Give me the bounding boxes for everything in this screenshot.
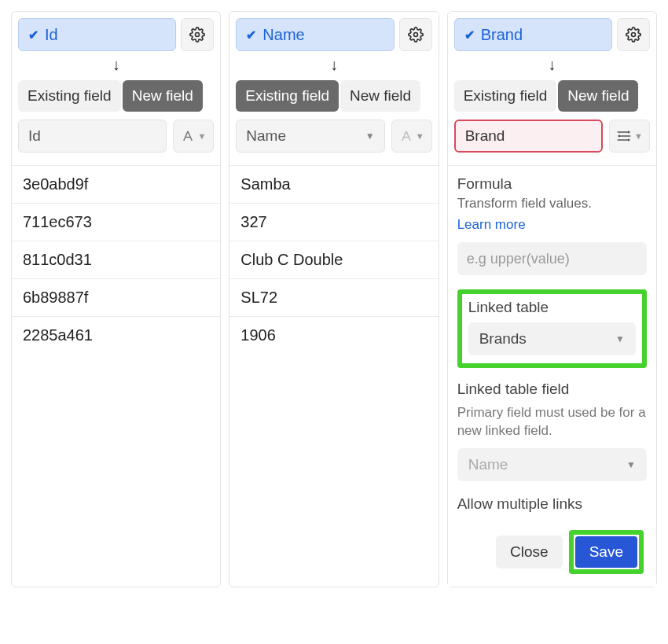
arrow-down-icon: ↓	[18, 51, 214, 80]
tab-existing-field[interactable]: Existing field	[454, 80, 557, 112]
tab-new-field[interactable]: New field	[340, 80, 420, 112]
source-field-label: Brand	[481, 26, 523, 44]
table-row: 1906	[229, 317, 438, 354]
table-row: Samba	[229, 166, 438, 204]
link-type-icon	[616, 130, 632, 142]
tab-existing-field[interactable]: Existing field	[236, 80, 339, 112]
allow-multiple-label: Allow multiple links	[457, 495, 647, 513]
formula-subtitle: Transform field values.	[457, 196, 647, 212]
text-type-icon	[399, 129, 413, 143]
field-name-input[interactable]: Brand	[454, 120, 603, 153]
table-row: 3e0abd9f	[12, 166, 220, 204]
svg-point-1	[413, 33, 417, 37]
field-type-button[interactable]: ▼	[391, 120, 432, 153]
save-button[interactable]: Save	[575, 536, 637, 568]
table-row: Club C Double	[229, 241, 438, 279]
gear-icon[interactable]	[181, 18, 214, 51]
import-column-id: ✔ Id ↓ Existing field New field Id ▼	[11, 11, 221, 587]
field-type-button[interactable]: ▼	[173, 120, 214, 153]
arrow-down-icon: ↓	[236, 51, 431, 80]
preview-rows: Samba 327 Club C Double SL72 1906	[229, 165, 438, 354]
formula-title: Formula	[457, 175, 647, 193]
chevron-down-icon: ▼	[634, 131, 643, 141]
source-field-label: Id	[45, 26, 58, 44]
formula-input[interactable]: e.g upper(value)	[457, 242, 647, 275]
svg-point-0	[196, 33, 200, 37]
linked-table-select[interactable]: Brands ▼	[468, 322, 636, 355]
svg-point-2	[631, 33, 635, 37]
gear-icon[interactable]	[399, 18, 432, 51]
highlight-linked-table: Linked table Brands ▼	[457, 289, 647, 368]
close-button[interactable]: Close	[496, 535, 563, 569]
table-row: 327	[229, 204, 438, 241]
table-row: SL72	[229, 279, 438, 317]
highlight-save: Save	[569, 530, 644, 574]
chevron-down-icon: ▼	[626, 459, 636, 470]
check-icon: ✔	[464, 28, 475, 42]
linked-field-label: Linked table field	[457, 381, 647, 398]
chevron-down-icon: ▼	[615, 333, 625, 344]
field-name-input[interactable]: Id	[18, 120, 167, 153]
source-field-label: Name	[262, 26, 304, 44]
source-field-pill[interactable]: ✔ Name	[236, 18, 394, 51]
import-column-brand: ✔ Brand ↓ Existing field New field Brand…	[447, 11, 657, 587]
table-row: 2285a461	[12, 317, 220, 354]
linked-field-select[interactable]: Name ▼	[457, 448, 647, 481]
check-icon: ✔	[28, 28, 39, 42]
tab-new-field[interactable]: New field	[123, 80, 203, 112]
tab-new-field[interactable]: New field	[558, 80, 638, 112]
field-config-panel: Formula Transform field values. Learn mo…	[448, 165, 656, 587]
linked-field-hint: Primary field must used be for a new lin…	[457, 404, 647, 440]
gear-icon[interactable]	[617, 18, 650, 51]
source-field-pill[interactable]: ✔ Brand	[454, 18, 612, 51]
learn-more-link[interactable]: Learn more	[457, 217, 526, 233]
arrow-down-icon: ↓	[454, 51, 650, 80]
chevron-down-icon: ▼	[197, 131, 206, 141]
table-row: 811c0d31	[12, 241, 220, 279]
preview-rows: 3e0abd9f 711ec673 811c0d31 6b89887f 2285…	[12, 165, 220, 354]
table-row: 711ec673	[12, 204, 220, 241]
linked-table-label: Linked table	[468, 299, 636, 316]
field-name-select[interactable]: Name ▼	[236, 120, 384, 153]
source-field-pill[interactable]: ✔ Id	[18, 18, 176, 51]
text-type-icon	[181, 129, 195, 143]
tab-existing-field[interactable]: Existing field	[18, 80, 121, 112]
import-column-name: ✔ Name ↓ Existing field New field Name ▼	[229, 11, 439, 587]
field-type-button[interactable]: ▼	[609, 120, 650, 153]
chevron-down-icon: ▼	[416, 131, 424, 141]
table-row: 6b89887f	[12, 279, 220, 317]
check-icon: ✔	[246, 28, 256, 42]
chevron-down-icon: ▼	[365, 131, 375, 142]
